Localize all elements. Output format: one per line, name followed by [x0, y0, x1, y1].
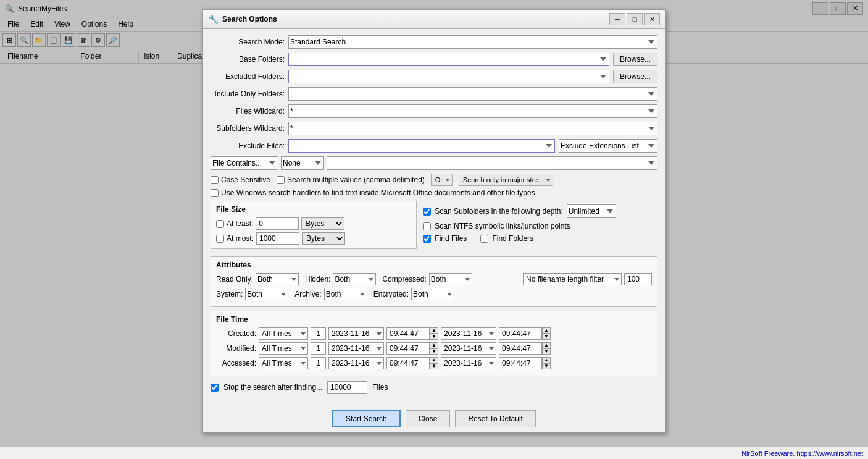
compressed-select[interactable]: Both: [429, 273, 472, 285]
exclude-files-input[interactable]: [288, 139, 555, 153]
created-type-select[interactable]: All Times: [259, 327, 308, 340]
modified-time1-up[interactable]: ▲: [430, 342, 438, 348]
modified-date2-select[interactable]: 2023-11-16: [441, 342, 496, 355]
hidden-select[interactable]: Both: [333, 273, 376, 285]
filename-filter-input[interactable]: [624, 273, 652, 285]
at-most-input[interactable]: [256, 232, 299, 245]
modified-time1-spinner[interactable]: ▲ ▼: [430, 342, 438, 355]
search-mode-select[interactable]: Standard Search: [288, 35, 657, 49]
find-files-folders-row: Find Files Find Folders: [423, 234, 657, 243]
at-most-label: At most:: [227, 234, 254, 243]
created-time2-down[interactable]: ▼: [542, 334, 551, 340]
accessed-type-select[interactable]: All Times: [259, 357, 308, 369]
modified-time2-spinner[interactable]: ▲ ▼: [542, 342, 551, 355]
created-time1-down[interactable]: ▼: [430, 334, 438, 340]
accessed-time2-spinner[interactable]: ▲ ▼: [542, 357, 551, 369]
at-least-input[interactable]: [256, 217, 299, 230]
hidden-item: Hidden: Both: [305, 273, 376, 285]
windows-handlers-checkbox[interactable]: [211, 189, 219, 197]
scan-options-area: Scan Subfolders in the following depth: …: [423, 201, 657, 253]
archive-item: Archive: Both: [294, 288, 367, 300]
modified-type-select[interactable]: All Times: [259, 342, 308, 355]
system-select[interactable]: Both: [245, 288, 288, 300]
excluded-folders-input[interactable]: [288, 70, 609, 83]
find-files-checkbox[interactable]: [423, 235, 431, 243]
scan-subfolders-row: Scan Subfolders in the following depth: …: [423, 204, 657, 218]
created-time1-up[interactable]: ▲: [430, 327, 438, 334]
modified-time1-down[interactable]: ▼: [430, 348, 438, 355]
subfolders-wildcard-row: Subfolders Wildcard: *: [211, 122, 657, 135]
status-bar: NirSoft Freeware. https://www.nirsoft.ne…: [0, 447, 868, 459]
modified-time2-input[interactable]: [499, 342, 542, 355]
modified-num-input[interactable]: [311, 342, 326, 355]
at-most-row: At most: Bytes: [216, 232, 411, 245]
case-sensitive-checkbox[interactable]: [211, 176, 219, 184]
dialog-close-btn[interactable]: ✕: [644, 13, 660, 25]
status-text: NirSoft Freeware. https://www.nirsoft.ne…: [741, 450, 863, 457]
subfolders-wildcard-select[interactable]: *: [288, 122, 657, 135]
exclude-extensions-select[interactable]: Exclude Extensions List: [559, 139, 657, 153]
read-only-select[interactable]: Both: [256, 273, 299, 285]
excluded-folders-row: Excluded Folders: Browse...: [211, 70, 657, 83]
file-contains-type-select[interactable]: File Contains...: [211, 156, 278, 170]
filename-filter-select[interactable]: No filename length filter: [523, 273, 622, 285]
include-only-folders-select[interactable]: [288, 87, 657, 101]
scan-subfolders-checkbox[interactable]: [423, 208, 431, 216]
accessed-time1-up[interactable]: ▲: [430, 357, 438, 363]
accessed-date2-select[interactable]: 2023-11-16: [441, 357, 496, 369]
modified-time2-down[interactable]: ▼: [542, 348, 551, 355]
at-least-checkbox[interactable]: [216, 220, 224, 228]
accessed-date1-select[interactable]: 2023-11-16: [328, 357, 384, 369]
encrypted-select[interactable]: Both: [411, 288, 454, 300]
modified-date1-select[interactable]: 2023-11-16: [328, 342, 384, 355]
accessed-time2-input[interactable]: [499, 357, 542, 369]
created-time2-up[interactable]: ▲: [542, 327, 551, 334]
scan-ntfs-checkbox[interactable]: [423, 222, 431, 230]
excluded-folders-browse-btn[interactable]: Browse...: [613, 70, 657, 83]
start-search-button[interactable]: Start Search: [332, 410, 401, 427]
accessed-time1-input[interactable]: [386, 357, 430, 369]
at-most-checkbox[interactable]: [216, 235, 224, 243]
base-folders-input[interactable]: [288, 53, 609, 66]
accessed-time2-up[interactable]: ▲: [542, 357, 551, 363]
reset-to-default-button[interactable]: Reset To Default: [455, 410, 536, 427]
accessed-num-input[interactable]: [311, 357, 326, 369]
created-time2-spinner[interactable]: ▲ ▼: [542, 327, 551, 340]
accessed-time2-down[interactable]: ▼: [542, 363, 551, 369]
scan-depth-select[interactable]: Unlimited: [567, 204, 616, 218]
search-multiple-label: Search multiple values (comma delimited): [287, 175, 425, 184]
search-multiple-checkbox[interactable]: [277, 176, 285, 184]
close-button[interactable]: Close: [406, 410, 451, 427]
dialog-title-text: 🔧 Search Options: [208, 14, 277, 24]
find-folders-checkbox[interactable]: [480, 235, 488, 243]
modified-label: Modified:: [216, 344, 256, 353]
created-num-input[interactable]: [311, 327, 326, 340]
modified-time1-input[interactable]: [386, 342, 430, 355]
attributes-title: Attributes: [216, 261, 652, 269]
or-dropdown[interactable]: Or: [431, 174, 453, 186]
file-contains-text-select[interactable]: [327, 156, 657, 170]
file-contains-none-select[interactable]: None: [281, 156, 324, 170]
attributes-row-2: System: Both Archive: Both: [216, 288, 652, 300]
search-major-dropdown[interactable]: Search only in major stre...: [459, 174, 553, 186]
stop-search-input[interactable]: [327, 381, 367, 394]
dialog-minimize-btn[interactable]: ─: [609, 13, 625, 25]
accessed-time1-spinner[interactable]: ▲ ▼: [430, 357, 438, 369]
archive-select[interactable]: Both: [324, 288, 367, 300]
modified-time2-up[interactable]: ▲: [542, 342, 551, 348]
base-folders-browse-btn[interactable]: Browse...: [613, 53, 657, 66]
read-only-item: Read Only: Both: [216, 273, 299, 285]
file-time-title: File Time: [216, 315, 652, 324]
created-time1-spinner[interactable]: ▲ ▼: [430, 327, 438, 340]
at-least-unit-select[interactable]: Bytes: [301, 217, 344, 230]
created-date1-select[interactable]: 2023-11-16: [328, 327, 384, 340]
dialog-restore-btn[interactable]: □: [627, 13, 643, 25]
at-most-unit-select[interactable]: Bytes: [302, 232, 345, 245]
created-time1-input[interactable]: [386, 327, 430, 340]
accessed-row: Accessed: All Times 2023-11-16 ▲: [216, 357, 652, 369]
files-wildcard-select[interactable]: *: [288, 104, 657, 118]
stop-search-checkbox[interactable]: [211, 384, 219, 392]
created-time2-input[interactable]: [499, 327, 542, 340]
accessed-time1-down[interactable]: ▼: [430, 363, 438, 369]
created-date2-select[interactable]: 2023-11-16: [441, 327, 496, 340]
